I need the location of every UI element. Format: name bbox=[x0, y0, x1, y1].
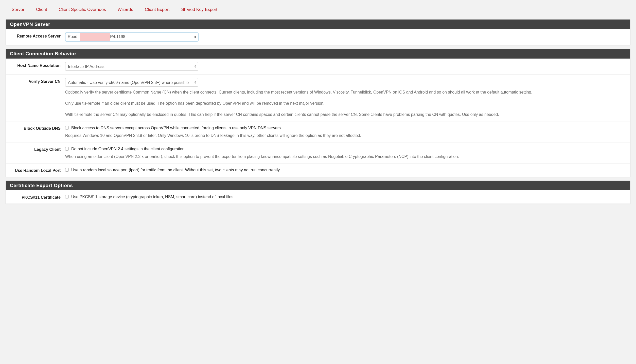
checkbox-legacy-client[interactable] bbox=[65, 147, 69, 151]
row-block-outside-dns: Block Outside DNS Block access to DNS se… bbox=[6, 121, 630, 142]
label-remote-access-server: Remote Access Server bbox=[10, 33, 65, 39]
checkbox-pkcs11-certificate[interactable] bbox=[65, 195, 69, 198]
label-block-outside-dns: Block Outside DNS bbox=[10, 125, 65, 131]
tab-wizards[interactable]: Wizards bbox=[118, 7, 133, 12]
tab-shared-key-export[interactable]: Shared Key Export bbox=[181, 7, 217, 12]
row-host-name-resolution: Host Name Resolution Interface IP Addres… bbox=[6, 59, 630, 75]
panel-client-connection-behavior: Client Connection Behavior Host Name Res… bbox=[6, 49, 630, 177]
panel-header-client-connection-behavior: Client Connection Behavior bbox=[6, 49, 630, 59]
tab-client[interactable]: Client bbox=[36, 7, 47, 12]
select-wrap-remote-access: RoadUDP4:1198 ▲▼ bbox=[65, 33, 198, 41]
label-pkcs11-certificate: PKCS#11 Certificate bbox=[10, 194, 65, 200]
panel-header-certificate-export-options: Certificate Export Options bbox=[6, 181, 630, 190]
tab-client-specific-overrides[interactable]: Client Specific Overrides bbox=[59, 7, 106, 12]
checkbox-random-local-port[interactable] bbox=[65, 168, 69, 172]
tabs-bar: Server Client Client Specific Overrides … bbox=[6, 0, 630, 19]
checkbox-block-outside-dns[interactable] bbox=[65, 126, 69, 130]
help-legacy-client: When using an older client (OpenVPN 2.3.… bbox=[65, 154, 626, 160]
select-verify-server-cn[interactable]: Automatic - Use verify-x509-name (OpenVP… bbox=[65, 78, 198, 87]
row-verify-server-cn: Verify Server CN Automatic - Use verify-… bbox=[6, 75, 630, 121]
panel-openvpn-server: OpenVPN Server Remote Access Server Road… bbox=[6, 19, 630, 45]
select-wrap-verify-cn: Automatic - Use verify-x509-name (OpenVP… bbox=[65, 78, 198, 87]
help-verify-cn-p1: Optionally verify the server certificate… bbox=[65, 89, 626, 95]
select-remote-access-server[interactable] bbox=[65, 33, 198, 41]
panel-certificate-export-options: Certificate Export Options PKCS#11 Certi… bbox=[6, 180, 630, 204]
row-remote-access-server: Remote Access Server RoadUDP4:1198 ▲▼ bbox=[6, 29, 630, 45]
label-random-local-port: Use Random Local Port bbox=[10, 167, 65, 173]
row-pkcs11-certificate: PKCS#11 Certificate Use PKCS#11 storage … bbox=[6, 190, 630, 204]
checkbox-label-random-local-port: Use a random local source port (lport) f… bbox=[71, 167, 281, 173]
panel-header-openvpn-server: OpenVPN Server bbox=[6, 20, 630, 29]
checkbox-label-legacy-client: Do not include OpenVPN 2.4 settings in t… bbox=[71, 146, 186, 152]
label-legacy-client: Legacy Client bbox=[10, 146, 65, 152]
label-host-name-resolution: Host Name Resolution bbox=[10, 62, 65, 68]
select-wrap-host-name: Interface IP Address ▲▼ bbox=[65, 62, 198, 71]
help-verify-cn-p2: Only use tls-remote if an older client m… bbox=[65, 100, 626, 106]
checkbox-label-pkcs11-certificate: Use PKCS#11 storage device (cryptographi… bbox=[71, 194, 235, 200]
checkbox-label-block-outside-dns: Block access to DNS servers except acros… bbox=[71, 125, 282, 131]
tab-client-export[interactable]: Client Export bbox=[145, 7, 169, 12]
select-host-name-resolution[interactable]: Interface IP Address bbox=[65, 62, 198, 71]
help-verify-server-cn: Optionally verify the server certificate… bbox=[65, 89, 626, 118]
label-verify-server-cn: Verify Server CN bbox=[10, 78, 65, 84]
row-legacy-client: Legacy Client Do not include OpenVPN 2.4… bbox=[6, 142, 630, 163]
tab-server[interactable]: Server bbox=[12, 7, 24, 12]
help-verify-cn-p3: With tls-remote the server CN may option… bbox=[65, 112, 626, 118]
row-random-local-port: Use Random Local Port Use a random local… bbox=[6, 163, 630, 177]
help-block-outside-dns: Requires Windows 10 and OpenVPN 2.3.9 or… bbox=[65, 133, 626, 139]
